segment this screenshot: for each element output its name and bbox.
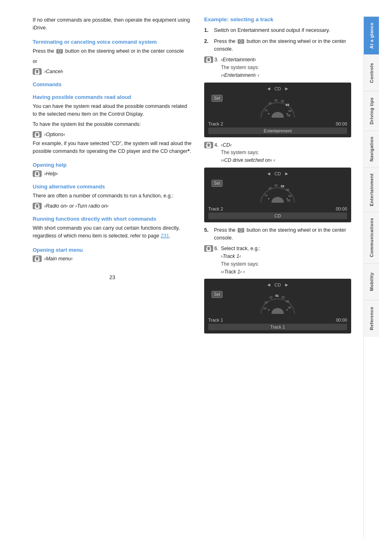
cd-display-3: ◄ CD ► Set 10 11 12 01 02 03 04 ▾ ▾ <box>204 279 351 333</box>
step-5-number: 5. <box>204 226 211 242</box>
section3-heading: Opening help <box>33 162 192 168</box>
cd-display-3-bottom: Track 1 00:00 <box>208 318 347 322</box>
section2-para3: For example, if you have selected "CD", … <box>33 140 192 156</box>
sidebar-tab-mobility-label: Mobility <box>369 272 374 291</box>
mic-icon-cancel <box>33 68 42 75</box>
section1-or: or <box>33 58 192 65</box>
cd-right-arrow-3: ► <box>284 282 289 288</box>
sidebar-tab-communications[interactable]: Communications <box>364 212 379 263</box>
page-number: 23 <box>33 274 192 280</box>
cd-track-info-1: Track 2 <box>208 121 223 126</box>
step-6: 6. Select track, e.g.: ›Track 1‹ The sys… <box>204 245 351 275</box>
svg-text:02: 02 <box>282 296 285 299</box>
step-4-says: The system says: <box>221 150 259 155</box>
sidebar-tab-navigation-label: Navigation <box>369 137 374 161</box>
cd-label-1: CD <box>274 86 281 91</box>
svg-point-1 <box>272 112 284 117</box>
section2-para1: You can have the system read aloud the p… <box>33 103 192 119</box>
step-6-number: 6. <box>214 245 218 252</box>
sidebar-tab-mobility[interactable]: Mobility <box>364 263 379 300</box>
main-content: If no other commands are possible, then … <box>0 0 392 555</box>
step-3-content: ›Entertainment‹ The system says: ››Enter… <box>221 56 351 79</box>
svg-text:11: 11 <box>265 194 268 197</box>
right-column: Example: selecting a track 1. Switch on … <box>204 16 351 539</box>
step-3-says: The system says: <box>221 65 259 70</box>
sidebar-tab-entertainment-label: Entertainment <box>369 173 374 206</box>
cd-set-btn-1[interactable]: Set <box>212 95 223 102</box>
section5-text: With short commands you can carry out ce… <box>33 225 180 239</box>
step-4-icon-num: 4. <box>204 141 218 149</box>
sidebar-tab-controls[interactable]: Controls <box>364 54 379 91</box>
cd-dial-svg-2: 11 12 01 02 03 04 05 ▾ ▾ <box>259 180 296 203</box>
step-4-command: ›CD‹ <box>221 142 232 148</box>
section1-text: Press the button on the steering wheel o… <box>33 47 192 55</box>
sidebar-tab-reference-label: Reference <box>369 307 374 330</box>
cd-display-1-top: ◄ CD ► <box>208 86 347 92</box>
svg-text:11: 11 <box>265 301 268 304</box>
mic-icon-help <box>33 170 42 177</box>
cd-dial-svg-1: 11 12 01 02 03 04 05 ▾ ▾ <box>259 95 296 118</box>
sidebar-tab-navigation[interactable]: Navigation <box>364 130 379 167</box>
mic-icon-step3 <box>204 56 213 63</box>
step-3-response: ››Entertainment‹ ‹ <box>221 72 259 78</box>
cd-time-1: 00:00 <box>336 121 347 126</box>
svg-text:▾: ▾ <box>268 308 270 312</box>
cd-set-btn-2[interactable]: Set <box>212 180 223 187</box>
sidebar-tab-at-a-glance[interactable]: At a glance <box>364 16 379 54</box>
step-3: 3. ›Entertainment‹ The system says: ››En… <box>204 56 351 79</box>
svg-text:04: 04 <box>288 306 291 309</box>
step-2-text1: Press the <box>214 38 236 44</box>
section2-para3-text: For example, if you have selected "CD", … <box>33 141 192 154</box>
sidebar-tab-controls-label: Controls <box>369 63 374 83</box>
radio-command-text: ›Radio on‹ or ›Turn radio on‹ <box>44 203 109 209</box>
svg-text:12: 12 <box>268 187 272 190</box>
section5-period: . <box>169 233 170 239</box>
step-5: 5. Press the button on the steering whee… <box>204 226 351 242</box>
step-4: 4. ›CD‹ The system says: ››CD drive swit… <box>204 141 351 164</box>
step-1-number: 1. <box>204 27 211 34</box>
step-6-says: The system says: <box>221 261 259 267</box>
mic-icon-main-menu <box>33 255 42 262</box>
cd-left-arrow-2: ◄ <box>266 171 271 177</box>
svg-text:10: 10 <box>263 307 267 310</box>
step-1: 1. Switch on Entertainment sound output … <box>204 27 351 34</box>
svg-text:01: 01 <box>274 99 278 102</box>
cd-label-3: CD <box>274 282 281 287</box>
sidebar-tab-driving-tips[interactable]: Driving tips <box>364 91 379 130</box>
step-5-text1: Press the <box>214 227 236 233</box>
step-6-content: Select track, e.g.: ›Track 1‹ The system… <box>221 245 351 275</box>
steering-wheel-button-icon <box>56 49 63 54</box>
svg-text:02: 02 <box>281 99 284 102</box>
cd-time-3: 00:00 <box>336 318 347 322</box>
options-command: ›Options‹ <box>33 131 192 138</box>
cd-label-2: CD <box>274 171 281 176</box>
cd-set-btn-3[interactable]: Set <box>212 291 223 298</box>
svg-point-12 <box>272 197 284 202</box>
svg-point-23 <box>272 308 284 314</box>
step-5-button-icon <box>238 228 244 233</box>
sidebar-tab-at-a-glance-label: At a glance <box>369 22 374 49</box>
cd-left-arrow-1: ◄ <box>266 86 271 92</box>
svg-text:04: 04 <box>288 194 292 197</box>
step-4-number: 4. <box>214 141 218 149</box>
sidebar-tab-driving-tips-label: Driving tips <box>369 97 374 125</box>
svg-text:▾: ▾ <box>286 112 288 116</box>
sidebar-tab-communications-label: Communications <box>369 218 374 257</box>
section4-para1: There are often a number of commands to … <box>33 192 192 200</box>
section5-page-ref[interactable]: 231 <box>160 233 169 239</box>
section4-heading: Using alternative commands <box>33 184 192 190</box>
step-4-response: ››CD drive switched on‹ ‹ <box>221 157 275 163</box>
intro-text: If no other commands are possible, then … <box>33 16 192 32</box>
cd-display-1: ◄ CD ► Set 11 12 01 02 03 04 05 <box>204 83 351 137</box>
section2-para2: To have the system list the possible com… <box>33 121 192 128</box>
step-6-icon-num: 6. <box>204 245 218 252</box>
svg-text:01: 01 <box>275 294 278 298</box>
section1-text1: Press the <box>33 48 54 54</box>
sidebar-tab-entertainment[interactable]: Entertainment <box>364 167 379 212</box>
help-command-text: ›Help‹ <box>44 171 58 177</box>
svg-text:03: 03 <box>286 188 289 191</box>
section5-heading: Running functions directly with short co… <box>33 216 192 222</box>
svg-text:01: 01 <box>274 184 278 187</box>
sidebar-tab-reference[interactable]: Reference <box>364 300 379 337</box>
step-6-response: ››Track 1‹ ‹ <box>221 269 245 275</box>
